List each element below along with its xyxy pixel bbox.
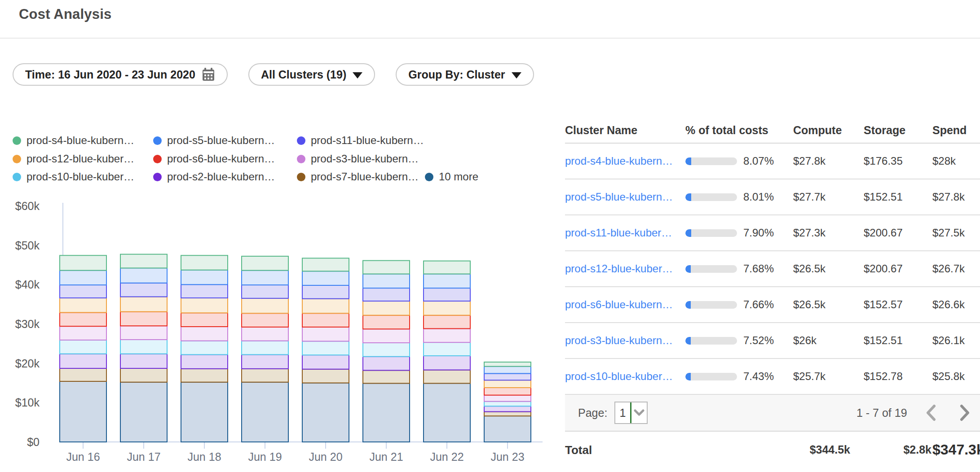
legend-item[interactable]: prod-s11-blue-kubern…: [297, 131, 424, 149]
bar-segment[interactable]: [181, 270, 228, 284]
bar-segment[interactable]: [242, 271, 288, 285]
legend-item[interactable]: prod-s2-blue-kubern…: [153, 168, 275, 186]
bar-segment[interactable]: [120, 297, 167, 311]
bar-segment[interactable]: [363, 343, 410, 357]
bar-segment[interactable]: [302, 341, 349, 355]
legend-item[interactable]: prod-s4-blue-kubern…: [13, 131, 134, 149]
bar-segment[interactable]: [120, 268, 167, 283]
bar-segment[interactable]: [60, 271, 106, 285]
bar-segment[interactable]: [302, 299, 349, 313]
bar-segment[interactable]: [424, 261, 470, 274]
bar-segment[interactable]: [60, 381, 106, 442]
bar-segment[interactable]: [363, 329, 410, 343]
bar-segment[interactable]: [242, 369, 288, 382]
group-by-dropdown[interactable]: Group By: Cluster: [396, 63, 534, 86]
bar-segment[interactable]: [363, 274, 410, 288]
bar-segment[interactable]: [60, 255, 106, 270]
bar-segment[interactable]: [484, 388, 531, 395]
clusters-filter-dropdown[interactable]: All Clusters (19): [248, 63, 375, 86]
bar-segment[interactable]: [302, 285, 349, 299]
bar-segment[interactable]: [120, 326, 167, 340]
bar-segment[interactable]: [181, 284, 228, 298]
bar-segment[interactable]: [181, 298, 228, 313]
cluster-name-link[interactable]: prod-s12-blue-kuber…: [565, 262, 685, 275]
next-page-button[interactable]: [956, 402, 974, 424]
bar-segment[interactable]: [60, 312, 106, 326]
bar-segment[interactable]: [484, 411, 531, 416]
bar-segment[interactable]: [60, 326, 106, 340]
bar-segment[interactable]: [484, 380, 531, 388]
bar-segment[interactable]: [181, 382, 228, 442]
bar-segment[interactable]: [424, 356, 470, 370]
bar-segment[interactable]: [424, 383, 470, 442]
legend-item[interactable]: prod-s7-blue-kubern…: [297, 168, 419, 186]
bar-segment[interactable]: [363, 383, 410, 442]
bar-segment[interactable]: [60, 354, 106, 368]
bar-segment[interactable]: [60, 285, 106, 298]
bar-segment[interactable]: [424, 315, 470, 329]
bar-segment[interactable]: [242, 313, 288, 327]
bar-segment[interactable]: [484, 395, 531, 402]
bar-segment[interactable]: [363, 288, 410, 301]
bar-segment[interactable]: [242, 327, 288, 341]
bar-segment[interactable]: [60, 340, 106, 354]
bar-segment[interactable]: [424, 301, 470, 315]
bar-segment[interactable]: [302, 327, 349, 341]
bar-segment[interactable]: [242, 382, 288, 442]
bar-segment[interactable]: [484, 367, 531, 374]
bar-segment[interactable]: [60, 298, 106, 312]
legend-item[interactable]: prod-s12-blue-kuber…: [13, 150, 134, 168]
cluster-name-link[interactable]: prod-s6-blue-kubern…: [565, 298, 685, 311]
bar-segment[interactable]: [120, 254, 167, 268]
bar-segment[interactable]: [302, 271, 349, 285]
legend-item[interactable]: prod-s10-blue-kuber…: [13, 168, 134, 186]
legend-item[interactable]: prod-s6-blue-kubern…: [153, 150, 275, 168]
bar-segment[interactable]: [484, 362, 531, 367]
cluster-name-link[interactable]: prod-s10-blue-kuber…: [565, 370, 685, 383]
bar-segment[interactable]: [302, 258, 349, 271]
bar-segment[interactable]: [242, 256, 288, 271]
legend-item[interactable]: 10 more: [425, 168, 478, 186]
bar-segment[interactable]: [120, 340, 167, 354]
bar-segment[interactable]: [484, 406, 531, 411]
bar-segment[interactable]: [120, 312, 167, 326]
bar-segment[interactable]: [484, 402, 531, 406]
bar-segment[interactable]: [424, 328, 470, 342]
bar-segment[interactable]: [302, 355, 349, 369]
bar-segment[interactable]: [120, 368, 167, 382]
bar-segment[interactable]: [120, 283, 167, 297]
previous-page-button[interactable]: [922, 402, 940, 424]
bar-segment[interactable]: [302, 383, 349, 442]
bar-segment[interactable]: [484, 416, 531, 442]
bar-segment[interactable]: [302, 369, 349, 383]
bar-segment[interactable]: [363, 301, 410, 315]
cluster-name-link[interactable]: prod-s5-blue-kubern…: [565, 191, 685, 203]
bar-segment[interactable]: [363, 370, 410, 383]
cluster-name-link[interactable]: prod-s3-blue-kubern…: [565, 334, 685, 347]
cluster-name-link[interactable]: prod-s4-blue-kubern…: [565, 155, 685, 167]
bar-segment[interactable]: [120, 354, 167, 368]
bar-segment[interactable]: [120, 382, 167, 442]
bar-segment[interactable]: [181, 341, 228, 355]
bar-segment[interactable]: [484, 373, 531, 380]
bar-segment[interactable]: [363, 261, 410, 274]
bar-segment[interactable]: [181, 369, 228, 382]
time-range-filter-button[interactable]: Time: 16 Jun 2020 - 23 Jun 2020: [13, 63, 228, 86]
bar-segment[interactable]: [424, 370, 470, 384]
page-select[interactable]: 1: [614, 402, 648, 424]
bar-segment[interactable]: [60, 368, 106, 381]
bar-segment[interactable]: [181, 354, 228, 369]
cluster-name-link[interactable]: prod-s11-blue-kuber…: [565, 227, 685, 239]
bar-segment[interactable]: [363, 357, 410, 371]
bar-segment[interactable]: [242, 285, 288, 298]
bar-segment[interactable]: [424, 342, 470, 356]
bar-segment[interactable]: [181, 327, 228, 341]
legend-item[interactable]: prod-s3-blue-kubern…: [297, 150, 419, 168]
bar-segment[interactable]: [302, 313, 349, 327]
bar-segment[interactable]: [363, 315, 410, 329]
bar-segment[interactable]: [424, 274, 470, 288]
legend-item[interactable]: prod-s5-blue-kubern…: [153, 131, 275, 149]
bar-segment[interactable]: [242, 341, 288, 355]
bar-segment[interactable]: [424, 288, 470, 301]
bar-segment[interactable]: [242, 354, 288, 369]
